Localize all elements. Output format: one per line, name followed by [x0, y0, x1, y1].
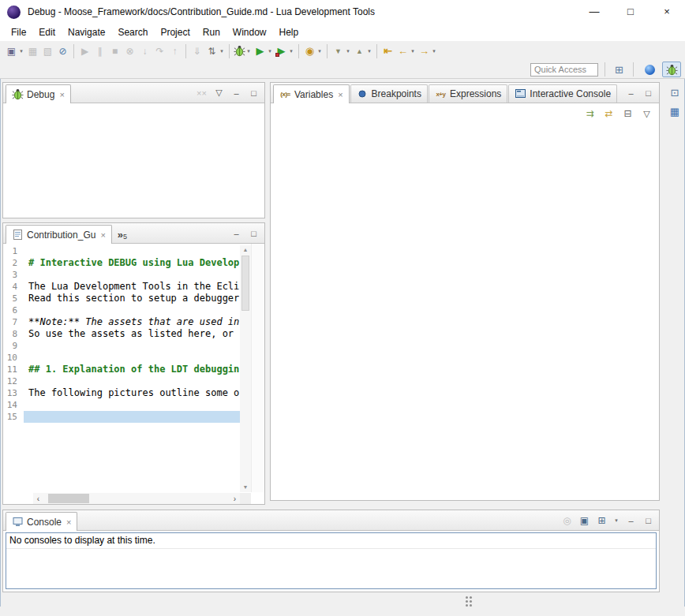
maximize-button[interactable]: □	[612, 0, 649, 24]
dropdown-arrow-icon[interactable]: ▾	[18, 48, 24, 54]
close-icon[interactable]: ×	[338, 90, 342, 99]
dropdown-arrow-icon[interactable]: ▾	[219, 48, 225, 54]
hidden-editors-indicator[interactable]: » 5	[113, 226, 132, 243]
tab-breakpoints[interactable]: Breakpoints	[350, 84, 428, 103]
console-output-area[interactable]: No consoles to display at this time.	[6, 532, 657, 589]
menu-item[interactable]: Window	[226, 27, 273, 38]
dropdown-arrow-icon[interactable]: ▾	[288, 48, 294, 54]
remove-all-terminated-button[interactable]: ××	[196, 88, 208, 98]
editor-line[interactable]: 2 # Interactive DEBUG using Lua Develop	[3, 257, 240, 269]
scroll-left-icon[interactable]: ‹	[33, 495, 43, 503]
new-button[interactable]: ▣ ▾	[4, 43, 25, 58]
editor-line[interactable]: 15	[3, 411, 240, 423]
save-all-button[interactable]: ▧	[40, 43, 55, 58]
menu-item[interactable]: Project	[154, 27, 196, 38]
editor-line[interactable]: 6	[3, 304, 240, 316]
dropdown-arrow-icon[interactable]: ▾	[245, 48, 252, 54]
editor-line[interactable]: 7 **Note:** The assets that are used in	[3, 316, 240, 328]
menu-item[interactable]: Run	[197, 27, 226, 38]
dropdown-arrow-icon[interactable]: ▾	[366, 48, 372, 54]
tab-variables[interactable]: (x)= Variables ×	[273, 84, 350, 103]
tab-debug[interactable]: Debug ×	[6, 84, 71, 103]
view-menu-icon[interactable]: ▽	[641, 109, 653, 119]
suspend-button[interactable]: ∥	[92, 43, 107, 58]
display-selected-console-button[interactable]: ▣	[578, 515, 590, 526]
maximize-view-button[interactable]: □	[642, 88, 654, 98]
dropdown-arrow-icon[interactable]: ▾	[316, 48, 323, 54]
sash-handle[interactable]	[466, 596, 468, 599]
dropdown-arrow-icon[interactable]: ▾	[613, 517, 619, 524]
editor-line[interactable]: 10	[3, 352, 240, 364]
vertical-scroll-thumb[interactable]	[241, 256, 249, 311]
step-over-button[interactable]: ↷	[152, 43, 167, 58]
dropdown-arrow-icon[interactable]: ▾	[431, 48, 437, 54]
tab-contribution-guide[interactable]: Contribution_Gu ×	[6, 225, 112, 244]
quick-access-input[interactable]: Quick Access	[530, 63, 598, 77]
editor-horizontal-scrollbar[interactable]: ‹ ›	[33, 493, 240, 504]
scroll-down-icon[interactable]: ▼	[240, 483, 251, 492]
show-logical-structures-button[interactable]: ⇄	[603, 108, 615, 119]
editor-line[interactable]: 14	[3, 399, 240, 411]
tab-expressions[interactable]: x+y Expressions	[429, 84, 507, 103]
editor-line[interactable]: 5 Read this section to setup a debugger	[3, 293, 240, 304]
menu-item[interactable]: Help	[273, 27, 305, 38]
pin-console-button[interactable]: ◎	[561, 515, 573, 526]
save-button[interactable]: ▦	[25, 43, 40, 58]
dropdown-arrow-icon[interactable]: ▾	[267, 48, 273, 54]
editor-line[interactable]: 9	[3, 340, 240, 352]
tab-console[interactable]: Console ×	[6, 512, 77, 531]
close-icon[interactable]: ×	[100, 230, 105, 240]
open-perspective-button[interactable]: ⊞	[612, 62, 627, 77]
close-icon[interactable]: ×	[59, 90, 64, 99]
close-button[interactable]: ×	[649, 0, 685, 24]
scroll-up-icon[interactable]: ▲	[240, 245, 251, 255]
collapse-all-button[interactable]: ⊟	[622, 108, 634, 119]
menu-item[interactable]: File	[5, 27, 32, 38]
maximize-view-button[interactable]: □	[248, 229, 260, 238]
step-return-button[interactable]: ↑	[167, 43, 182, 58]
editor-line[interactable]: 1	[3, 245, 240, 257]
disconnect-button[interactable]: ⊗	[122, 43, 137, 58]
minimize-view-button[interactable]: –	[230, 229, 242, 238]
skip-all-breakpoints-button[interactable]: ⊘	[55, 43, 70, 58]
editor-line[interactable]: 8 So use the assets as listed here, or	[3, 328, 240, 340]
view-menu-icon[interactable]: ▽	[213, 88, 225, 98]
editor-line[interactable]: 11 ## 1. Explanation of the LDT debuggin	[3, 364, 240, 375]
open-console-button[interactable]: ⊞	[596, 515, 608, 526]
minimize-view-button[interactable]: –	[625, 516, 637, 525]
horizontal-scroll-thumb[interactable]	[48, 494, 89, 503]
menu-item[interactable]: Search	[111, 27, 154, 38]
last-edit-location-button[interactable]: ⇤	[380, 43, 395, 58]
editor-code-area[interactable]: 1 2 # Interactive DEBUG using Lua Develo…	[3, 245, 240, 492]
minimize-view-button[interactable]: –	[230, 88, 242, 98]
maximize-view-button[interactable]: □	[642, 516, 654, 525]
step-into-button[interactable]: ↓	[137, 43, 152, 58]
restore-views-button[interactable]: ⊡	[666, 84, 683, 101]
menu-item[interactable]: Edit	[32, 27, 62, 38]
use-step-filters-button[interactable]: ⇅ ▾	[204, 43, 226, 58]
search-button[interactable]: ◉ ▾	[302, 43, 324, 58]
view-shortcut-button[interactable]: ▦	[666, 103, 683, 120]
debug-button[interactable]: ▾	[233, 44, 253, 58]
drop-to-frame-button[interactable]: ⇓	[189, 43, 204, 58]
scroll-right-icon[interactable]: ›	[230, 495, 240, 503]
terminate-button[interactable]: ■	[107, 43, 122, 58]
menu-item[interactable]: Navigate	[62, 27, 111, 38]
editor-line[interactable]: 13 The following pictures outline some o	[3, 387, 240, 399]
maximize-view-button[interactable]: □	[248, 88, 260, 98]
editor-line[interactable]: 4 The Lua Development Tools in the Ecli	[3, 281, 240, 293]
tab-interactive-console[interactable]: Interactive Console	[508, 84, 617, 103]
dropdown-arrow-icon[interactable]: ▾	[410, 48, 416, 54]
editor-vertical-scrollbar[interactable]: ▲ ▼	[240, 245, 251, 492]
show-type-names-button[interactable]: ⇉	[584, 108, 596, 119]
run-button[interactable]: ▶ ▾	[253, 43, 274, 58]
resume-button[interactable]: ▶	[77, 43, 92, 58]
script-perspective-button[interactable]	[640, 62, 659, 77]
next-annotation-button[interactable]: ▼ ▾	[331, 43, 352, 58]
previous-annotation-button[interactable]: ▲ ▾	[352, 43, 373, 58]
external-tools-button[interactable]: ▶ ▾	[274, 43, 295, 58]
editor-line[interactable]: 3	[3, 269, 240, 281]
back-button[interactable]: ← ▾	[395, 43, 417, 58]
dropdown-arrow-icon[interactable]: ▾	[345, 48, 351, 54]
minimize-button[interactable]: —	[576, 0, 612, 24]
